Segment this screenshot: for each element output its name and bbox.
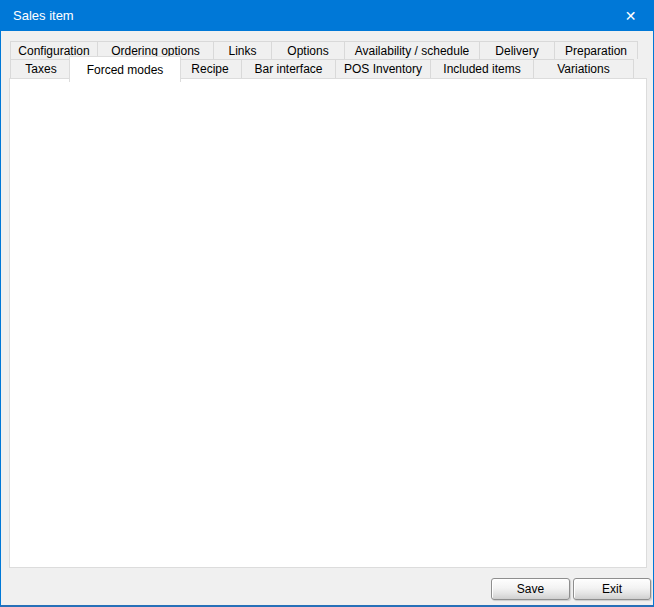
tab-options[interactable]: Options — [271, 41, 345, 59]
save-button[interactable]: Save — [491, 578, 570, 600]
window-title: Sales item — [1, 8, 74, 23]
tab-variations[interactable]: Variations — [533, 59, 634, 78]
tab-recipe[interactable]: Recipe — [178, 59, 242, 78]
tab-preparation[interactable]: Preparation — [554, 41, 638, 59]
close-icon[interactable]: ✕ — [608, 0, 653, 31]
tab-taxes[interactable]: Taxes — [10, 59, 72, 78]
sales-item-dialog: Sales item ✕ Configuration Ordering opti… — [0, 0, 654, 607]
tab-row-2: Taxes Forced modes Recipe Bar interface … — [10, 59, 634, 78]
tab-pos-inventory[interactable]: POS Inventory — [335, 59, 431, 78]
tab-forced-modes[interactable]: Forced modes — [69, 56, 181, 82]
forced-modes-panel — [9, 78, 647, 568]
exit-button[interactable]: Exit — [573, 578, 651, 600]
tab-delivery[interactable]: Delivery — [479, 41, 555, 59]
tab-bar-interface[interactable]: Bar interface — [241, 59, 336, 78]
tab-availability-schedule[interactable]: Availability / schedule — [344, 41, 480, 59]
tab-links[interactable]: Links — [213, 41, 272, 59]
titlebar: Sales item ✕ — [1, 0, 653, 31]
tab-included-items[interactable]: Included items — [430, 59, 534, 78]
